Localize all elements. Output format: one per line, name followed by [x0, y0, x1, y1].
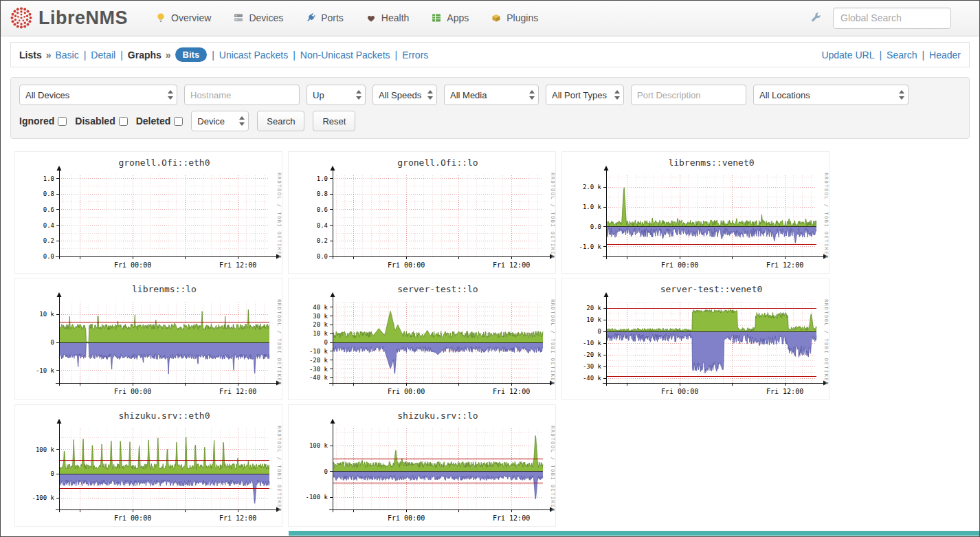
svg-text:-40 k: -40 k [583, 375, 602, 382]
sort-select[interactable]: Device [191, 111, 249, 131]
port-types-select[interactable]: All Port Types [546, 85, 624, 105]
devices-select[interactable]: All Devices [19, 85, 177, 105]
graph-panel-librenms-venet0[interactable]: 2.0 k1.0 k0.0-1.0 kFri 00:00Fri 12:00lib… [561, 151, 829, 274]
svg-text:RRDTOOL / TOBI OETIKER: RRDTOOL / TOBI OETIKER [276, 173, 282, 259]
disabled-checkbox[interactable] [119, 117, 128, 126]
ignored-checkbox[interactable] [58, 117, 67, 126]
pipe-divider: | [879, 50, 882, 61]
svg-text:RRDTOOL / TOBI OETIKER: RRDTOOL / TOBI OETIKER [823, 173, 829, 259]
librenms-logo[interactable]: LibreNMS [10, 6, 128, 30]
svg-text:RRDTOOL / TOBI OETIKER: RRDTOOL / TOBI OETIKER [550, 426, 555, 512]
breadcrumb-separator: » [46, 50, 52, 61]
server-icon [233, 12, 244, 23]
graph-panel-gronell-ofi-lo[interactable]: 1.00.80.60.40.20.0Fri 00:00Fri 12:00gron… [288, 151, 556, 274]
link-header[interactable]: Header [929, 50, 961, 61]
svg-text:10 k: 10 k [39, 311, 54, 318]
deleted-checkbox[interactable] [174, 117, 183, 126]
wrench-icon[interactable] [810, 12, 822, 24]
svg-text:Fri 12:00: Fri 12:00 [219, 388, 256, 395]
svg-text:Fri 00:00: Fri 00:00 [661, 261, 698, 269]
speeds-select[interactable]: All Speeds [372, 85, 437, 105]
svg-text:20 k: 20 k [586, 305, 601, 311]
nav-devices[interactable]: Devices [233, 12, 283, 23]
tab-bits[interactable]: Bits [175, 47, 208, 62]
nav-apps-label: Apps [447, 12, 469, 23]
nav-apps[interactable]: Apps [431, 12, 469, 23]
svg-text:1.0 k: 1.0 k [583, 204, 602, 210]
port-graph: 20 k10 k0-10 k-20 k-30 k-40 kFri 00:00Fr… [562, 278, 829, 400]
svg-text:librenms::lo: librenms::lo [132, 284, 197, 294]
nav-overview[interactable]: Overview [155, 12, 211, 23]
svg-text:-10 k: -10 k [309, 348, 328, 355]
svg-text:0.2: 0.2 [317, 237, 328, 244]
link-non-unicast-packets[interactable]: Non-Unicast Packets [300, 50, 390, 61]
port-state-select[interactable]: Up [307, 85, 366, 105]
graphs-label: Graphs [128, 50, 162, 61]
svg-text:Fri 12:00: Fri 12:00 [493, 514, 530, 522]
breadcrumb: Lists » Basic | Detail | Graphs » Bits |… [19, 47, 428, 62]
svg-text:Fri 12:00: Fri 12:00 [219, 261, 256, 269]
nav-health[interactable]: Health [366, 12, 409, 23]
link-detail[interactable]: Detail [91, 50, 115, 61]
graph-panel-server-test-lo[interactable]: 40 k30 k20 k10 k0-10 k-20 k-30 k-40 kFri… [288, 278, 556, 400]
plug-icon [305, 12, 316, 23]
svg-text:-20 k: -20 k [583, 351, 602, 358]
filter-row-1: All Devices Up All Speeds All Media All … [19, 85, 961, 105]
graph-panel-gronell-ofi-eth0[interactable]: 1.00.80.60.40.20.0Fri 00:00Fri 12:00gron… [14, 151, 282, 274]
svg-text:librenms::venet0: librenms::venet0 [668, 157, 754, 168]
svg-text:0: 0 [51, 470, 54, 477]
nav-ports[interactable]: Ports [305, 12, 344, 23]
svg-text:RRDTOOL / TOBI OETIKER: RRDTOOL / TOBI OETIKER [550, 299, 555, 386]
port-description-input[interactable] [631, 85, 746, 105]
svg-text:1.0: 1.0 [43, 175, 54, 182]
lists-label: Lists [19, 50, 42, 61]
link-unicast-packets[interactable]: Unicast Packets [219, 50, 288, 61]
svg-text:0.4: 0.4 [317, 222, 328, 229]
nav-plugins[interactable]: Plugins [491, 12, 538, 23]
svg-text:-10 k: -10 k [583, 340, 602, 347]
locations-select[interactable]: All Locations [753, 85, 909, 105]
svg-text:-100 k: -100 k [32, 494, 54, 501]
reset-button[interactable]: Reset [313, 111, 355, 131]
graph-panel-shizuku-srv-eth0[interactable]: 100 k0-100 kFri 00:00Fri 12:00shizuku.sr… [14, 404, 282, 527]
breadcrumb-separator: » [166, 50, 171, 61]
link-update-url[interactable]: Update URL [821, 50, 874, 61]
svg-text:Fri 00:00: Fri 00:00 [114, 388, 151, 395]
svg-text:RRDTOOL / TOBI OETIKER: RRDTOOL / TOBI OETIKER [550, 173, 555, 259]
global-search-input[interactable] [833, 8, 951, 29]
link-basic[interactable]: Basic [55, 50, 78, 61]
graph-panel-librenms-lo[interactable]: 10 k0-10 kFri 00:00Fri 12:00librenms::lo… [14, 278, 282, 400]
link-search[interactable]: Search [887, 50, 917, 61]
svg-text:0: 0 [598, 328, 601, 335]
svg-text:0.2: 0.2 [43, 237, 54, 244]
svg-text:0.6: 0.6 [43, 206, 54, 213]
graph-panel-shizuku-srv-lo[interactable]: 100 k0-100 kFri 00:00Fri 12:00shizuku.sr… [288, 404, 556, 527]
svg-text:10 k: 10 k [586, 316, 601, 323]
svg-text:100 k: 100 k [309, 442, 328, 449]
port-graph: 40 k30 k20 k10 k0-10 k-20 k-30 k-40 kFri… [289, 278, 556, 400]
pipe-divider: | [922, 50, 924, 61]
nav-ports-label: Ports [321, 12, 344, 23]
port-filter-panel: All Devices Up All Speeds All Media All … [10, 77, 970, 139]
navbar-right [810, 8, 951, 29]
bottom-strip [289, 531, 980, 536]
svg-text:Fri 12:00: Fri 12:00 [493, 261, 530, 269]
svg-text:1.0: 1.0 [317, 175, 328, 182]
svg-text:30 k: 30 k [313, 313, 328, 320]
port-graph: 10 k0-10 kFri 00:00Fri 12:00librenms::lo… [15, 278, 282, 400]
svg-text:Fri 00:00: Fri 00:00 [388, 388, 425, 395]
media-select[interactable]: All Media [444, 85, 539, 105]
apps-icon [431, 12, 442, 23]
link-errors[interactable]: Errors [402, 50, 428, 61]
search-button[interactable]: Search [257, 111, 304, 131]
svg-text:gronell.Ofi::lo: gronell.Ofi::lo [397, 157, 478, 168]
svg-text:-40 k: -40 k [309, 374, 328, 381]
svg-text:0.0: 0.0 [590, 223, 601, 230]
graph-panel-server-test-venet0[interactable]: 20 k10 k0-10 k-20 k-30 k-40 kFri 00:00Fr… [561, 278, 829, 400]
filter-deleted: Deleted [136, 116, 183, 127]
svg-text:Fri 12:00: Fri 12:00 [493, 388, 530, 395]
svg-text:0.8: 0.8 [43, 190, 54, 197]
pipe-divider: | [84, 50, 87, 61]
svg-text:Fri 00:00: Fri 00:00 [114, 261, 151, 269]
hostname-input[interactable] [184, 85, 300, 105]
